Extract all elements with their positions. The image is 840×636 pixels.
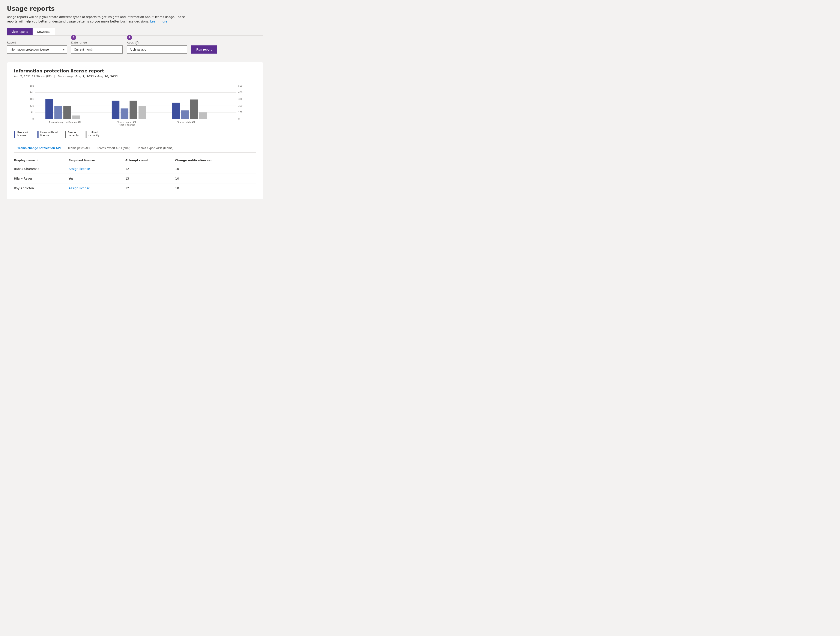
svg-text:400: 400 (238, 91, 242, 94)
report-meta: Aug 7, 2021 11:59 am (PT) | Date range: … (14, 75, 256, 78)
col-display-name: Display name ↓ (14, 157, 69, 164)
legend-label-1: Users withlicense (17, 131, 30, 137)
cell-sent-3: 10 (175, 183, 256, 193)
data-table: Display name ↓ Required license Attempt … (14, 157, 256, 193)
svg-text:30k: 30k (30, 85, 34, 87)
step-1-badge: 1 (71, 35, 76, 40)
svg-text:500: 500 (238, 85, 242, 87)
date-range-control-group: 1 Date range (71, 41, 123, 54)
main-tabs: View reports Download (7, 28, 263, 36)
svg-text:24k: 24k (30, 91, 34, 94)
table-row: Roy Appleton Assign license 12 10 (14, 183, 256, 193)
chart-area: 30k 24k 18k 12k 6k 0 500 400 300 200 100… (14, 83, 256, 127)
sort-arrow-name: ↓ (37, 159, 39, 162)
report-time: 11:59 am (PT) (32, 75, 51, 78)
svg-text:Teams patch API: Teams patch API (177, 121, 195, 123)
report-date: Aug 7, 2021 (14, 75, 31, 78)
bar-group1-utilized-capacity (72, 115, 80, 119)
apps-input[interactable] (127, 46, 187, 54)
apps-control-group: 2 Apps i (127, 41, 187, 54)
bar-group1-users-without-license (54, 106, 62, 119)
controls-row: Report Information protection license ▼ … (7, 41, 263, 55)
page-description: Usage reports will help you create diffe… (7, 15, 191, 24)
table-header-row: Display name ↓ Required license Attempt … (14, 157, 256, 164)
tab-download[interactable]: Download (33, 28, 55, 35)
cell-license-3: Assign license (69, 183, 125, 193)
data-tab-export-teams[interactable]: Teams export APIs (teams) (134, 144, 177, 152)
report-select[interactable]: Information protection license (7, 46, 67, 54)
svg-text:6k: 6k (31, 111, 34, 114)
bar-group3-users-without-license (181, 110, 189, 119)
bar-group2-users-with-license (112, 101, 119, 119)
svg-text:300: 300 (238, 98, 242, 100)
svg-text:12k: 12k (30, 104, 34, 107)
bar-group3-seeded-capacity (190, 99, 197, 119)
report-card: Information protection license report Au… (7, 62, 263, 199)
report-control-group: Report Information protection license ▼ (7, 41, 67, 54)
svg-text:18k: 18k (30, 98, 34, 100)
col-attempt-count: Attempt count (125, 157, 175, 164)
svg-text:Teams change notification API: Teams change notification API (49, 121, 81, 123)
legend-row: Users withlicense Users withoutlicense S… (14, 131, 256, 138)
data-tab-change-notification[interactable]: Teams change notification API (14, 144, 64, 152)
svg-text:200: 200 (238, 104, 242, 107)
data-tabs-row: Teams change notification API Teams patc… (14, 144, 256, 153)
legend-label-4: Utilizedcapacity (88, 131, 99, 137)
cell-sent-1: 10 (175, 164, 256, 174)
learn-more-link[interactable]: Learn more (150, 20, 167, 23)
svg-text:0: 0 (32, 118, 34, 120)
report-title: Information protection license report (14, 68, 256, 74)
report-label: Report (7, 41, 67, 44)
date-range-label: Date range (71, 41, 123, 44)
step-2-badge: 2 (127, 35, 132, 40)
bar-group3-utilized-capacity (199, 112, 207, 119)
date-range-label-meta: Date range: (58, 75, 74, 78)
cell-attempts-3: 12 (125, 183, 175, 193)
table-row: Hilary Reyes Yes 13 10 (14, 174, 256, 183)
tab-view-reports[interactable]: View reports (7, 28, 33, 35)
chart-svg: 30k 24k 18k 12k 6k 0 500 400 300 200 100… (14, 83, 256, 126)
data-tab-export-chat[interactable]: Teams export APIs (chat) (93, 144, 134, 152)
info-icon[interactable]: i (135, 41, 139, 44)
cell-attempts-1: 12 (125, 164, 175, 174)
legend-label-3: Seededcapacity (68, 131, 79, 137)
apps-label: Apps (127, 41, 134, 44)
svg-text:Teams export API: Teams export API (117, 121, 136, 123)
col-notification-sent: Change notification sent (175, 157, 256, 164)
legend-users-without-license: Users withoutlicense (37, 131, 58, 138)
cell-attempts-2: 13 (125, 174, 175, 183)
cell-name-2: Hilary Reyes (14, 174, 69, 183)
report-select-wrapper: Information protection license ▼ (7, 46, 67, 54)
col-required-license: Required license (69, 157, 125, 164)
data-tab-patch-api[interactable]: Teams patch API (64, 144, 93, 152)
legend-seeded-capacity: Seededcapacity (65, 131, 79, 138)
bar-group1-seeded-capacity (63, 106, 71, 119)
cell-name-3: Roy Appleton (14, 183, 69, 193)
page-title: Usage reports (7, 5, 263, 12)
bar-group2-utilized-capacity (139, 106, 146, 119)
bar-group2-users-without-license (121, 109, 128, 119)
bar-group1-users-with-license (46, 99, 53, 119)
run-report-button[interactable]: Run report (191, 46, 217, 54)
apps-label-row: Apps i (127, 41, 187, 44)
cell-license-1: Assign license (69, 164, 125, 174)
svg-text:(chat + teams): (chat + teams) (118, 124, 135, 126)
legend-label-2: Users withoutlicense (40, 131, 58, 137)
bar-group3-users-with-license (172, 103, 180, 119)
cell-license-2: Yes (69, 174, 125, 183)
svg-text:0: 0 (238, 118, 240, 120)
cell-sent-2: 10 (175, 174, 256, 183)
bar-group2-seeded-capacity (129, 101, 137, 119)
date-range-input[interactable] (71, 46, 123, 54)
assign-license-link-1[interactable]: Assign license (69, 167, 90, 170)
legend-utilized-capacity: Utilizedcapacity (85, 131, 99, 138)
date-range-value-meta: Aug 1, 2021 - Aug 30, 2021 (75, 75, 118, 78)
legend-users-with-license: Users withlicense (14, 131, 30, 138)
table-row: Babak Shammas Assign license 12 10 (14, 164, 256, 174)
cell-name-1: Babak Shammas (14, 164, 69, 174)
svg-text:100: 100 (238, 111, 242, 114)
assign-license-link-3[interactable]: Assign license (69, 186, 90, 190)
